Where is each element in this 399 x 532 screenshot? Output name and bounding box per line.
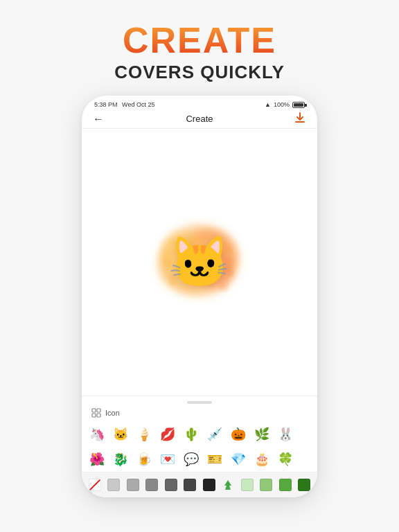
palette-gray5[interactable] [181, 475, 200, 495]
cat-donut-image: 🐱 [168, 233, 231, 292]
icon-unicorn[interactable]: 🦄 [86, 423, 108, 445]
icon-dragon[interactable]: 🐉 [109, 448, 132, 470]
icon-section-header: Icon [82, 408, 317, 422]
palette-gray1[interactable] [105, 475, 123, 495]
title-create: CREATE [123, 21, 276, 60]
icon-chat[interactable]: 💬 [180, 448, 202, 470]
status-time: 5:38 PM [94, 101, 118, 108]
palette-tree[interactable] [220, 475, 238, 495]
icon-cake[interactable]: 🎂 [251, 448, 273, 470]
icon-lips[interactable]: 💋 [157, 423, 179, 445]
icon-syringe[interactable]: 💉 [204, 423, 226, 445]
icon-beer[interactable]: 🍺 [133, 448, 155, 470]
back-button[interactable]: ← [93, 113, 104, 125]
icon-ticket[interactable]: 🎫 [204, 448, 226, 470]
icon-section-icon [91, 408, 101, 418]
nav-bar: ← Create [82, 111, 317, 129]
svg-rect-13 [97, 409, 100, 412]
icon-jack[interactable]: 🎃 [227, 423, 249, 445]
color-palette-row [82, 472, 317, 497]
bottom-panel: Icon 🦄 🐱 🍦 💋 🌵 💉 🎃 🌿 🐰 🌺 🐉 🍺 💌 💬 � [82, 396, 317, 497]
icon-cactus[interactable]: 🌵 [180, 423, 202, 445]
icon-rabbit[interactable]: 🐰 [274, 423, 296, 445]
palette-gray2[interactable] [124, 475, 142, 495]
palette-green1[interactable] [238, 475, 256, 495]
drag-handle[interactable] [187, 401, 212, 404]
palette-no-color[interactable] [86, 475, 104, 495]
illustration: 🐱 [144, 207, 255, 318]
icon-row-2: 🌺 🐉 🍺 💌 💬 🎫 💎 🎂 🍀 [86, 447, 313, 472]
icon-grid: 🦄 🐱 🍦 💋 🌵 💉 🎃 🌿 🐰 🌺 🐉 🍺 💌 💬 🎫 💎 🎂 [82, 422, 317, 472]
battery-icon [292, 102, 305, 108]
battery-percent: 100% [274, 101, 290, 108]
canvas-area: 🐱 [82, 129, 317, 396]
title-sub: COVERS QUICKLY [114, 62, 285, 83]
icon-flower[interactable]: 🌺 [86, 448, 108, 470]
icon-leaf[interactable]: 🌿 [251, 423, 273, 445]
status-right: ▲ 100% [265, 101, 305, 108]
icon-row-1: 🦄 🐱 🍦 💋 🌵 💉 🎃 🌿 🐰 [86, 422, 313, 447]
icon-cat[interactable]: 🐱 [109, 423, 132, 445]
icon-clover[interactable]: 🍀 [274, 448, 296, 470]
svg-rect-15 [97, 414, 100, 417]
wifi-icon: ▲ [265, 101, 271, 108]
icon-diamond[interactable]: 💎 [227, 448, 249, 470]
palette-dark[interactable] [200, 475, 218, 495]
phone-mockup: 5:38 PM Wed Oct 25 ▲ 100% ← Create [82, 96, 317, 497]
palette-green4[interactable] [296, 475, 314, 495]
status-bar: 5:38 PM Wed Oct 25 ▲ 100% [82, 96, 317, 111]
nav-title: Create [186, 114, 213, 124]
svg-rect-14 [92, 414, 96, 417]
palette-green2[interactable] [258, 475, 276, 495]
icon-icecream[interactable]: 🍦 [133, 423, 155, 445]
icon-envelope[interactable]: 💌 [157, 448, 179, 470]
status-time-date: 5:38 PM Wed Oct 25 [94, 101, 154, 108]
download-button[interactable] [294, 112, 306, 127]
header-section: CREATE COVERS QUICKLY [114, 0, 285, 83]
palette-gray4[interactable] [162, 475, 180, 495]
palette-green3[interactable] [276, 475, 294, 495]
svg-rect-12 [92, 409, 96, 412]
icon-section-label: Icon [105, 409, 120, 417]
palette-gray3[interactable] [143, 475, 161, 495]
status-date: Wed Oct 25 [122, 101, 154, 108]
